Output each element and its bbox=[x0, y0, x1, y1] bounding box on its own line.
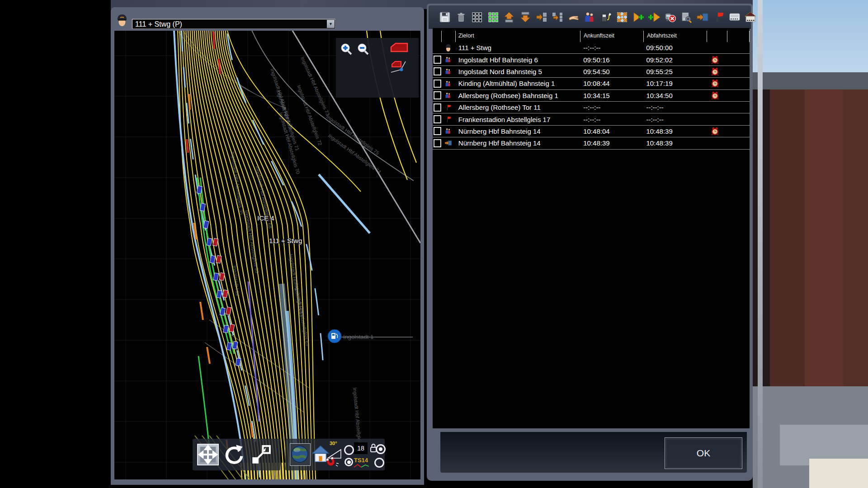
table-header: Zielort Ankunftszeit Abfahrtszeit bbox=[433, 31, 750, 42]
slope-angle-label: 30° bbox=[330, 441, 337, 446]
insert-before-button[interactable] bbox=[551, 11, 564, 23]
checkbox-cell[interactable] bbox=[433, 80, 441, 88]
zielort-cell: Ingolstadt Nord Bahnsteig 5 bbox=[455, 68, 579, 75]
map-tool-panel bbox=[336, 38, 419, 98]
ankunftszeit-cell: --:--:-- bbox=[579, 116, 642, 123]
checkbox-cell[interactable] bbox=[433, 91, 441, 99]
timetable: Zielort Ankunftszeit Abfahrtszeit 111 + … bbox=[433, 28, 750, 428]
expand-button[interactable] bbox=[616, 11, 628, 23]
passengers-button[interactable] bbox=[583, 11, 596, 23]
rotate-tool-button[interactable] bbox=[223, 444, 245, 465]
checkbox-cell[interactable] bbox=[433, 103, 441, 112]
row-checkbox[interactable] bbox=[434, 139, 441, 147]
row-checkbox[interactable] bbox=[434, 91, 441, 99]
delete-button[interactable] bbox=[455, 11, 467, 23]
magnet-radio[interactable] bbox=[344, 458, 353, 466]
train-selector-value: 111 + Stwg (P) bbox=[135, 20, 182, 28]
hand-button[interactable] bbox=[567, 11, 580, 23]
move-down-button[interactable] bbox=[519, 11, 532, 23]
col-ankunftszeit: Ankunftszeit bbox=[584, 33, 614, 39]
timetable-dialog: Zielort Ankunftszeit Abfahrtszeit 111 + … bbox=[427, 4, 753, 481]
driver-icon bbox=[441, 43, 455, 52]
alarm-clock-icon bbox=[705, 67, 726, 76]
route-add-forward-button[interactable] bbox=[632, 11, 644, 23]
fuel-pump-button[interactable] bbox=[599, 11, 612, 23]
timetable-row[interactable]: Ingolstadt Nord Bahnsteig 509:54:5009:55… bbox=[433, 66, 750, 78]
timetable-row[interactable]: 111 + Stwg--:--:--09:50:00 bbox=[433, 42, 750, 54]
zielort-cell: Ingolstadt Hbf Bahnsteig 6 bbox=[455, 56, 579, 64]
polygon-edit-tool-icon[interactable] bbox=[390, 59, 410, 77]
depot-arrow-icon bbox=[441, 139, 455, 147]
layer-radio-top[interactable] bbox=[376, 444, 386, 454]
abfahrtszeit-cell: --:--:-- bbox=[642, 103, 705, 111]
magnet-icon[interactable] bbox=[324, 456, 339, 470]
ankunftszeit-cell: 10:08:44 bbox=[579, 80, 642, 87]
checkbox-cell[interactable] bbox=[433, 115, 441, 123]
grid-white-button[interactable] bbox=[471, 11, 483, 23]
train-selector[interactable]: 111 + Stwg (P) ▼ bbox=[132, 19, 335, 29]
move-tool-button[interactable] bbox=[197, 444, 219, 465]
slope-radio[interactable] bbox=[344, 445, 354, 455]
abfahrtszeit-cell: 10:48:39 bbox=[642, 127, 705, 135]
passengers-icon bbox=[441, 80, 455, 88]
driver-head-icon bbox=[116, 14, 128, 28]
scale-tool-button[interactable] bbox=[250, 444, 272, 465]
timetable-row[interactable]: Allersberg (Rothsee) Tor 11--:--:----:--… bbox=[433, 102, 750, 113]
zielort-cell: Nürnberg Hbf Bahnsteig 14 bbox=[455, 139, 579, 147]
row-checkbox[interactable] bbox=[434, 127, 441, 135]
timetable-row[interactable]: Nürnberg Hbf Bahnsteig 1410:48:3910:48:3… bbox=[433, 137, 750, 149]
zoom-out-icon[interactable] bbox=[356, 42, 371, 59]
zielort-cell: Kinding (Altmühltal) Bahnsteig 1 bbox=[455, 80, 579, 87]
ankunftszeit-cell: --:--:-- bbox=[579, 44, 642, 52]
passengers-icon bbox=[441, 91, 455, 99]
col-zielort: Zielort bbox=[458, 33, 474, 39]
chevron-down-icon[interactable]: ▼ bbox=[327, 20, 335, 28]
passengers-icon bbox=[441, 67, 455, 75]
timetable-row[interactable]: Nürnberg Hbf Bahnsteig 1410:48:0410:48:3… bbox=[433, 126, 750, 137]
checkbox-cell[interactable] bbox=[433, 67, 441, 75]
platform-button[interactable] bbox=[728, 11, 741, 23]
timetable-row[interactable]: Frankenstadion Abstellgleis 17--:--:----… bbox=[433, 113, 750, 125]
ankunftszeit-cell: 10:48:39 bbox=[579, 139, 642, 147]
abfahrtszeit-cell: 10:17:19 bbox=[642, 80, 705, 87]
checkbox-cell[interactable] bbox=[433, 139, 441, 147]
globe-button[interactable] bbox=[290, 443, 311, 466]
zielort-cell: Nürnberg Hbf Bahnsteig 14 bbox=[455, 127, 579, 135]
track-map[interactable]: Ingolstadt Hbf Abstellgleis 76Ingolstadt… bbox=[114, 31, 420, 479]
row-checkbox[interactable] bbox=[434, 115, 441, 123]
scene-building bbox=[753, 89, 868, 390]
enter-depot-button[interactable] bbox=[696, 11, 709, 23]
row-checkbox[interactable] bbox=[434, 80, 441, 88]
zielort-cell: 111 + Stwg bbox=[455, 44, 579, 52]
grid-green-button[interactable] bbox=[487, 11, 500, 23]
insert-after-button[interactable] bbox=[535, 11, 548, 23]
alarm-clock-icon bbox=[705, 55, 726, 65]
ankunftszeit-cell: 09:50:16 bbox=[579, 56, 642, 64]
checkbox-cell[interactable] bbox=[433, 127, 441, 135]
zoom-in-icon[interactable] bbox=[340, 42, 354, 59]
timetable-row[interactable]: Kinding (Altmühltal) Bahnsteig 110:08:44… bbox=[433, 78, 750, 89]
cancel-train-button[interactable] bbox=[664, 11, 676, 23]
schedule-settings-button[interactable] bbox=[680, 11, 693, 23]
timetable-row[interactable]: Ingolstadt Hbf Bahnsteig 609:50:1609:52:… bbox=[433, 54, 750, 66]
move-up-button[interactable] bbox=[503, 11, 515, 23]
abfahrtszeit-cell: 10:34:50 bbox=[642, 92, 705, 99]
row-checkbox[interactable] bbox=[434, 67, 441, 75]
passengers-icon bbox=[441, 127, 455, 135]
alarm-clock-icon bbox=[705, 91, 726, 100]
ok-button[interactable]: OK bbox=[665, 437, 742, 469]
save-button[interactable] bbox=[439, 11, 451, 23]
row-checkbox[interactable] bbox=[434, 56, 441, 64]
timetable-row[interactable]: Allersberg (Rothsee) Bahnsteig 110:34:15… bbox=[433, 90, 750, 102]
flag-icon bbox=[441, 115, 455, 123]
row-checkbox[interactable] bbox=[434, 103, 441, 112]
polygon-tool-icon[interactable] bbox=[388, 42, 410, 56]
depot-shed-button[interactable] bbox=[744, 11, 757, 23]
flag-icon bbox=[441, 103, 455, 112]
checkbox-cell[interactable] bbox=[433, 56, 441, 64]
flag-button[interactable] bbox=[712, 11, 725, 23]
layer-radio-bottom[interactable] bbox=[374, 458, 384, 468]
scene-lamp-post bbox=[758, 0, 763, 488]
route-add-backward-button[interactable] bbox=[648, 11, 660, 23]
passengers-icon bbox=[441, 56, 455, 64]
